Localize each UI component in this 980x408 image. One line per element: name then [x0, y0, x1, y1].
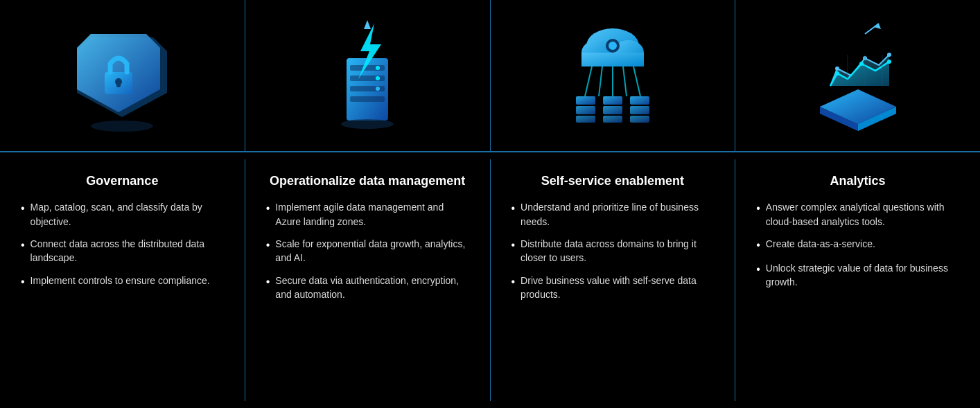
bullet-text: Answer complex analytical questions with…	[766, 200, 959, 229]
bullet-text: Connect data across the distributed data…	[30, 237, 224, 265]
svg-marker-15	[364, 20, 371, 29]
svg-point-47	[859, 62, 864, 66]
operationalize-column: Operationalize data management • Impleme…	[245, 159, 491, 401]
svg-point-12	[376, 76, 380, 80]
analytics-icon-cell	[735, 0, 980, 151]
list-item: • Implement agile data management and Az…	[266, 200, 469, 229]
svg-rect-4	[116, 82, 121, 87]
svg-point-45	[887, 53, 891, 57]
content-row: Governance • Map, catalog, scan, and cla…	[0, 152, 980, 408]
governance-column: Governance • Map, catalog, scan, and cla…	[0, 159, 245, 401]
svg-rect-33	[603, 116, 622, 123]
svg-point-46	[835, 71, 839, 76]
operationalize-icon	[308, 17, 426, 134]
svg-rect-29	[576, 106, 595, 114]
svg-rect-34	[630, 96, 649, 105]
svg-line-24	[599, 66, 602, 96]
bullet-dot: •	[21, 274, 25, 290]
list-item: • Implement controls to ensure complianc…	[21, 274, 224, 290]
svg-rect-20	[581, 53, 644, 66]
list-item: • Map, catalog, scan, and classify data …	[21, 200, 224, 229]
operationalize-icon-cell	[245, 0, 491, 151]
list-item: • Create data-as-a-service.	[756, 237, 959, 253]
list-item: • Understand and prioritize line of busi…	[511, 200, 715, 229]
governance-icon	[63, 17, 181, 134]
analytics-column: Analytics • Answer complex analytical qu…	[735, 159, 980, 401]
governance-list: • Map, catalog, scan, and classify data …	[21, 200, 224, 297]
list-item: • Answer complex analytical questions wi…	[756, 200, 959, 229]
svg-point-43	[835, 66, 839, 71]
svg-line-23	[585, 66, 592, 96]
svg-rect-31	[603, 96, 622, 105]
svg-rect-35	[630, 106, 649, 114]
svg-point-22	[609, 42, 617, 50]
svg-point-11	[376, 66, 380, 70]
bullet-text: Scale for exponential data growth, analy…	[275, 237, 469, 265]
selfservice-title: Self-service enablement	[511, 173, 715, 189]
list-item: • Unlock strategic value of data for bus…	[756, 261, 959, 290]
list-item: • Distribute data across domains to brin…	[511, 237, 715, 265]
svg-point-16	[341, 119, 394, 129]
bullet-text: Implement agile data management and Azur…	[275, 200, 469, 229]
svg-line-26	[623, 66, 627, 96]
svg-rect-32	[603, 106, 622, 114]
bullet-text: Understand and prioritize line of busine…	[520, 200, 714, 229]
bullet-dot: •	[21, 237, 25, 253]
selfservice-icon	[554, 17, 672, 134]
bullet-text: Distribute data across domains to bring …	[520, 237, 714, 265]
svg-rect-36	[630, 116, 649, 123]
list-item: • Secure data via authentication, encryp…	[266, 274, 469, 302]
bullet-dot: •	[511, 274, 516, 290]
list-item: • Connect data across the distributed da…	[21, 237, 224, 265]
analytics-icon	[799, 17, 917, 134]
svg-rect-28	[576, 96, 595, 105]
operationalize-title: Operationalize data management	[266, 173, 469, 189]
bullet-text: Secure data via authentication, encrypti…	[275, 274, 469, 302]
bullet-dot: •	[266, 274, 270, 290]
operationalize-list: • Implement agile data management and Az…	[266, 200, 469, 310]
analytics-title: Analytics	[756, 173, 959, 189]
svg-rect-30	[576, 116, 595, 123]
selfservice-icon-cell	[491, 0, 736, 151]
selfservice-list: • Understand and prioritize line of busi…	[511, 200, 715, 310]
bullet-text: Create data-as-a-service.	[766, 237, 875, 251]
bullet-dot: •	[756, 200, 760, 216]
svg-point-13	[376, 87, 380, 91]
analytics-list: • Answer complex analytical questions wi…	[756, 200, 959, 297]
list-item: • Scale for exponential data growth, ana…	[266, 237, 469, 265]
bullet-dot: •	[266, 237, 270, 253]
bullet-dot: •	[21, 200, 25, 216]
selfservice-column: Self-service enablement • Understand and…	[491, 159, 736, 401]
svg-point-48	[887, 60, 891, 64]
bullet-text: Implement controls to ensure compliance.	[30, 274, 210, 287]
governance-icon-cell	[0, 0, 245, 151]
governance-title: Governance	[21, 173, 224, 189]
list-item: • Drive business value with self-serve d…	[511, 274, 715, 302]
bullet-dot: •	[511, 200, 516, 216]
page-container: Governance • Map, catalog, scan, and cla…	[0, 0, 980, 408]
icons-row	[0, 0, 980, 152]
svg-rect-10	[350, 96, 385, 102]
bullet-dot: •	[756, 261, 760, 277]
bullet-text: Drive business value with self-serve dat…	[520, 274, 714, 302]
svg-line-27	[633, 66, 640, 96]
bullet-dot: •	[511, 237, 516, 253]
svg-point-5	[91, 121, 153, 132]
bullet-dot: •	[266, 200, 270, 216]
bullet-text: Unlock strategic value of data for busin…	[766, 261, 959, 290]
bullet-dot: •	[756, 237, 760, 253]
bullet-text: Map, catalog, scan, and classify data by…	[30, 200, 224, 229]
